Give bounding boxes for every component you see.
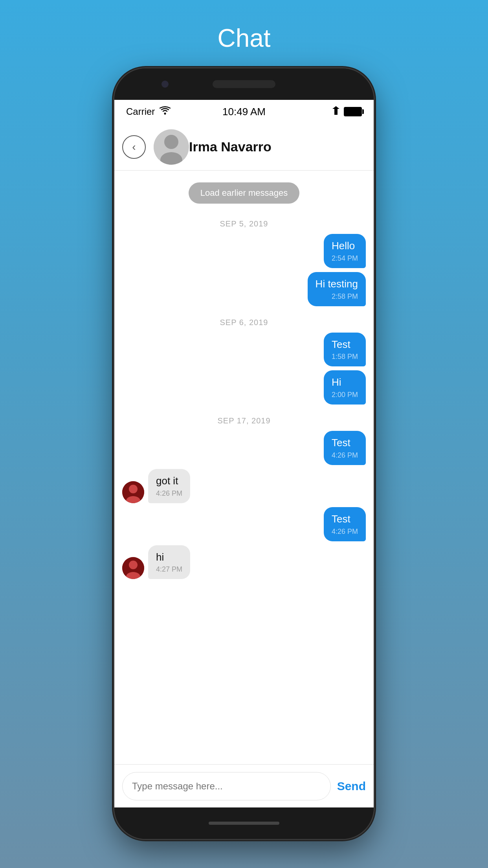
phone-top-hardware [114,68,374,100]
status-left: Carrier [126,106,171,117]
phone-screen: Carrier 10:49 AM [114,100,374,807]
status-bar: Carrier 10:49 AM [114,100,374,123]
table-row: Test 4:26 PM [122,507,366,541]
back-chevron-icon: ‹ [132,142,136,153]
date-divider-sep6: SEP 6, 2019 [220,318,268,327]
message-time: 4:26 PM [156,489,182,498]
svg-point-5 [129,485,138,493]
message-bubble: Hi 2:00 PM [324,370,366,405]
message-time: 2:58 PM [332,292,358,301]
table-row: got it 4:26 PM [122,469,366,503]
chat-header: ‹ Irma Navarro [114,123,374,171]
message-time: 4:27 PM [156,565,182,574]
message-time: 2:00 PM [332,391,358,399]
message-text: Test [332,338,358,351]
message-bubble: Hi testing 2:58 PM [308,272,366,306]
sender-avatar [122,557,144,579]
message-time: 4:26 PM [332,451,358,460]
send-button[interactable]: Send [337,780,366,793]
message-text: Test [332,436,358,450]
table-row: Test 4:26 PM [122,431,366,465]
table-row: hi 4:27 PM [122,545,366,579]
carrier-label: Carrier [126,106,155,117]
message-text: Hello [332,239,358,253]
wifi-icon [160,106,171,117]
message-time: 2:54 PM [332,254,358,263]
contact-avatar [154,129,189,165]
svg-point-2 [164,135,178,149]
message-time: 4:26 PM [332,528,358,536]
load-earlier-button[interactable]: Load earlier messages [189,182,300,204]
home-indicator [209,822,279,825]
message-bubble: Hello 2:54 PM [324,234,366,268]
battery-icon [344,107,362,116]
messages-area[interactable]: Load earlier messages SEP 5, 2019 Hello … [114,171,374,764]
table-row: Hi testing 2:58 PM [122,272,366,306]
date-divider-sep17: SEP 17, 2019 [217,416,270,425]
message-bubble: got it 4:26 PM [148,469,190,503]
message-bubble: Test 4:26 PM [324,507,366,541]
table-row: Test 1:58 PM [122,333,366,367]
location-icon [332,106,340,118]
message-text: Test [332,513,358,526]
message-text: Hi [332,376,358,389]
message-time: 1:58 PM [332,353,358,361]
phone-bottom-hardware [114,807,374,839]
message-bubble: Test 4:26 PM [324,431,366,465]
message-text: Hi testing [316,278,358,291]
message-text: got it [156,474,182,488]
back-button[interactable]: ‹ [122,135,146,159]
message-bubble: hi 4:27 PM [148,545,190,579]
status-right [332,106,362,118]
table-row: Hello 2:54 PM [122,234,366,268]
app-title: Chat [217,24,270,53]
sender-avatar [122,481,144,503]
phone-speaker [213,80,275,88]
phone-frame: Carrier 10:49 AM [114,68,374,839]
contact-name: Irma Navarro [189,139,272,154]
svg-point-8 [129,561,138,569]
input-area: Send [114,764,374,807]
svg-point-0 [164,113,166,115]
message-input[interactable] [122,772,331,800]
date-divider-sep5: SEP 5, 2019 [220,219,268,228]
message-text: hi [156,551,182,564]
front-camera [161,81,169,88]
status-time: 10:49 AM [222,106,266,118]
message-bubble: Test 1:58 PM [324,333,366,367]
table-row: Hi 2:00 PM [122,370,366,405]
